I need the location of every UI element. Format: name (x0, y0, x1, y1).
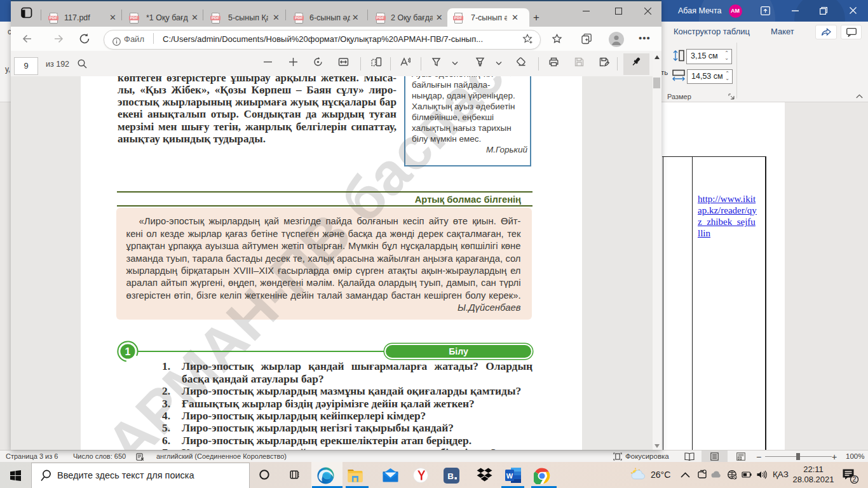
svg-text:1: 1 (125, 346, 131, 357)
svg-text:W: W (506, 472, 513, 480)
svg-text:B: B (447, 471, 454, 481)
svg-text:2: 2 (853, 475, 857, 483)
